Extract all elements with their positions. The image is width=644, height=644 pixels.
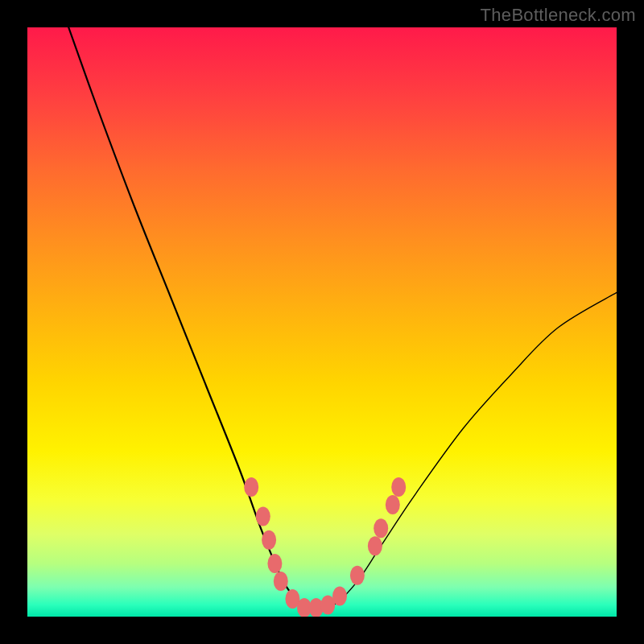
marker-dot	[256, 507, 270, 526]
marker-dot	[267, 554, 282, 573]
chart-svg	[27, 27, 617, 617]
marker-dot	[391, 477, 406, 497]
plot-area	[27, 27, 617, 617]
chart-frame: TheBottleneck.com	[0, 0, 644, 644]
marker-group	[244, 477, 406, 617]
marker-dot	[332, 586, 347, 605]
marker-dot	[244, 477, 258, 497]
marker-dot	[374, 518, 388, 538]
marker-dot	[274, 572, 288, 591]
marker-dot	[262, 530, 276, 550]
marker-dot	[350, 566, 365, 585]
bottleneck-curve-left	[68, 27, 310, 611]
marker-dot	[386, 495, 400, 514]
watermark-text: TheBottleneck.com	[481, 5, 636, 26]
marker-dot	[368, 536, 382, 555]
bottleneck-curve-right	[310, 292, 617, 610]
